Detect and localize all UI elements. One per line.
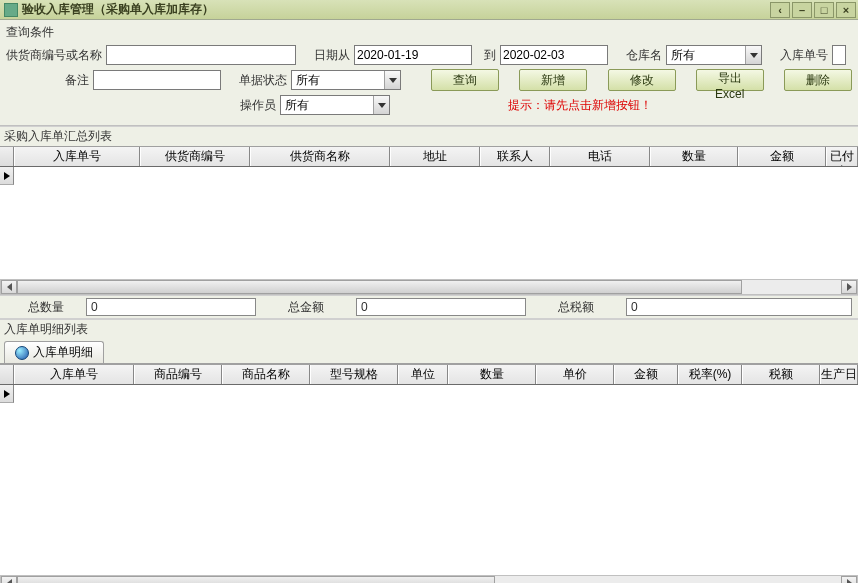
tab-label: 入库单明细 — [33, 344, 93, 361]
add-button[interactable]: 新增 — [519, 69, 587, 91]
dcol-unit[interactable]: 单位 — [398, 365, 448, 384]
scroll-right-button[interactable] — [841, 280, 857, 294]
minimize-button[interactable]: – — [792, 2, 812, 18]
prev-window-button[interactable]: ‹ — [770, 2, 790, 18]
dcol-taxrate[interactable]: 税率(%) — [678, 365, 742, 384]
scroll-track[interactable] — [17, 576, 841, 583]
tab-detail[interactable]: 入库单明细 — [4, 341, 104, 363]
col-amount[interactable]: 金额 — [738, 147, 826, 166]
dcol-spec[interactable]: 型号规格 — [310, 365, 398, 384]
detail-grid-header: 入库单号 商品编号 商品名称 型号规格 单位 数量 单价 金额 税率(%) 税额… — [0, 364, 858, 385]
detail-grid: 入库单号 商品编号 商品名称 型号规格 单位 数量 单价 金额 税率(%) 税额… — [0, 364, 858, 575]
chevron-down-icon — [745, 46, 761, 64]
col-paid[interactable]: 已付金 — [826, 147, 858, 166]
dcol-proddate[interactable]: 生产日 — [820, 365, 858, 384]
edit-button[interactable]: 修改 — [608, 69, 676, 91]
scroll-thumb[interactable] — [17, 576, 495, 583]
operator-label: 操作员 — [6, 97, 276, 114]
inbound-no-label: 入库单号 — [780, 47, 828, 64]
query-panel: 查询条件 供货商编号或名称 日期从 到 仓库名 所有 入库单号 备注 单据状态 … — [0, 20, 858, 126]
status-label: 单据状态 — [239, 72, 287, 89]
total-qty-value: 0 — [86, 298, 256, 316]
col-qty[interactable]: 数量 — [650, 147, 738, 166]
scroll-right-button[interactable] — [841, 576, 857, 583]
supplier-input[interactable] — [106, 45, 296, 65]
scroll-thumb[interactable] — [17, 280, 742, 294]
maximize-button[interactable]: □ — [814, 2, 834, 18]
detail-tabbar: 入库单明细 — [0, 339, 858, 364]
remark-label: 备注 — [6, 72, 89, 89]
query-title: 查询条件 — [6, 24, 852, 41]
scroll-left-button[interactable] — [1, 280, 17, 294]
col-contact[interactable]: 联系人 — [480, 147, 550, 166]
detail-section-title: 入库单明细列表 — [0, 319, 858, 339]
remark-input[interactable] — [93, 70, 221, 90]
status-select[interactable]: 所有 — [291, 70, 401, 90]
summary-section-title: 采购入库单汇总列表 — [0, 126, 858, 146]
dcol-item-code[interactable]: 商品编号 — [134, 365, 222, 384]
dcol-qty[interactable]: 数量 — [448, 365, 536, 384]
table-row[interactable] — [0, 385, 858, 403]
row-selector-head — [0, 365, 14, 384]
hint-text: 提示：请先点击新增按钮！ — [508, 97, 652, 114]
chevron-down-icon — [384, 71, 400, 89]
dcol-price[interactable]: 单价 — [536, 365, 614, 384]
total-qty-label: 总数量 — [6, 299, 86, 316]
dcol-tax[interactable]: 税额 — [742, 365, 820, 384]
dcol-inbound-no[interactable]: 入库单号 — [14, 365, 134, 384]
col-supplier-code[interactable]: 供货商编号 — [140, 147, 250, 166]
scroll-left-button[interactable] — [1, 576, 17, 583]
date-from-input[interactable] — [354, 45, 472, 65]
table-row[interactable] — [0, 167, 858, 185]
app-icon — [4, 3, 18, 17]
date-to-input[interactable] — [500, 45, 608, 65]
summary-hscroll[interactable] — [0, 279, 858, 295]
globe-icon — [15, 346, 29, 360]
detail-hscroll[interactable] — [0, 575, 858, 583]
date-to-label: 到 — [484, 47, 496, 64]
titlebar: 验收入库管理（采购单入库加库存） ‹ – □ × — [0, 0, 858, 20]
detail-grid-body[interactable] — [0, 385, 858, 575]
col-inbound-no[interactable]: 入库单号 — [14, 147, 140, 166]
total-tax-label: 总税额 — [526, 299, 626, 316]
row-selector[interactable] — [0, 385, 14, 403]
summary-grid-body[interactable] — [0, 167, 858, 279]
close-button[interactable]: × — [836, 2, 856, 18]
window-title: 验收入库管理（采购单入库加库存） — [22, 1, 770, 18]
summary-grid-header: 入库单号 供货商编号 供货商名称 地址 联系人 电话 数量 金额 已付金 — [0, 146, 858, 167]
summary-grid: 入库单号 供货商编号 供货商名称 地址 联系人 电话 数量 金额 已付金 — [0, 146, 858, 279]
row-selector[interactable] — [0, 167, 14, 185]
delete-button[interactable]: 删除 — [784, 69, 852, 91]
scroll-track[interactable] — [17, 280, 841, 294]
window-buttons: ‹ – □ × — [770, 2, 858, 18]
search-button[interactable]: 查询 — [431, 69, 499, 91]
total-amount-label: 总金额 — [256, 299, 356, 316]
warehouse-select[interactable]: 所有 — [666, 45, 762, 65]
export-button[interactable]: 导出Excel — [696, 69, 764, 91]
inbound-no-input[interactable] — [832, 45, 846, 65]
date-from-label: 日期从 — [314, 47, 350, 64]
chevron-down-icon — [373, 96, 389, 114]
totals-bar: 总数量 0 总金额 0 总税额 0 — [0, 295, 858, 319]
supplier-label: 供货商编号或名称 — [6, 47, 102, 64]
total-amount-value: 0 — [356, 298, 526, 316]
col-address[interactable]: 地址 — [390, 147, 480, 166]
col-supplier-name[interactable]: 供货商名称 — [250, 147, 390, 166]
total-tax-value: 0 — [626, 298, 852, 316]
dcol-amount[interactable]: 金额 — [614, 365, 678, 384]
operator-select[interactable]: 所有 — [280, 95, 390, 115]
warehouse-label: 仓库名 — [626, 47, 662, 64]
row-selector-head — [0, 147, 14, 166]
dcol-item-name[interactable]: 商品名称 — [222, 365, 310, 384]
col-phone[interactable]: 电话 — [550, 147, 650, 166]
